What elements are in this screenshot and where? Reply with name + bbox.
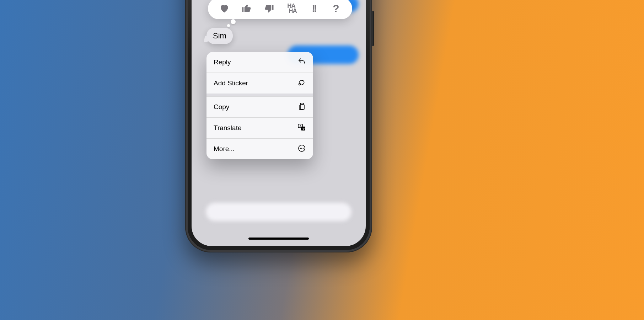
question-icon: ? xyxy=(333,2,339,15)
selected-message-bubble[interactable]: Sim xyxy=(206,28,233,44)
menu-separator xyxy=(206,94,313,96)
menu-item-reply[interactable]: Reply xyxy=(206,52,313,73)
tapback-thumbs-down[interactable] xyxy=(262,2,276,15)
svg-rect-1 xyxy=(300,105,304,110)
side-button xyxy=(372,11,374,46)
tapback-thumbs-up[interactable] xyxy=(240,2,253,15)
translate-icon: A文 xyxy=(297,123,306,133)
menu-label: Copy xyxy=(214,103,229,111)
tapback-emphasize[interactable]: !! xyxy=(307,2,321,15)
menu-item-more[interactable]: More... xyxy=(206,138,313,159)
iphone-frame: HA HA !! ? Sim Reply xyxy=(185,0,372,252)
haha-icon: HA HA xyxy=(286,4,297,13)
phone-screen: HA HA !! ? Sim Reply xyxy=(192,0,366,246)
svg-text:A: A xyxy=(300,125,301,127)
menu-label: Translate xyxy=(214,124,242,132)
menu-label: Add Sticker xyxy=(214,79,248,87)
tapback-reaction-bar: HA HA !! ? xyxy=(208,0,352,19)
menu-label: Reply xyxy=(214,58,231,66)
ellipsis-circle-icon xyxy=(297,144,306,154)
tapback-haha[interactable]: HA HA xyxy=(285,2,298,15)
svg-text:文: 文 xyxy=(302,127,305,130)
menu-item-add-sticker[interactable]: Add Sticker xyxy=(206,73,313,94)
sticker-icon xyxy=(297,78,306,89)
thumbs-up-icon xyxy=(241,3,252,14)
thumbs-down-icon xyxy=(264,3,274,14)
menu-item-translate[interactable]: Translate A文 xyxy=(206,117,313,138)
exclamation-icon: !! xyxy=(312,3,316,14)
copy-icon xyxy=(297,102,306,112)
tapback-heart[interactable] xyxy=(218,2,231,15)
tapback-context-overlay: HA HA !! ? Sim Reply xyxy=(192,0,366,246)
svg-point-7 xyxy=(300,148,301,149)
svg-point-8 xyxy=(301,148,302,149)
menu-item-copy[interactable]: Copy xyxy=(206,96,313,117)
menu-label: More... xyxy=(214,145,235,153)
reply-arrow-icon xyxy=(297,57,306,68)
heart-icon xyxy=(219,3,230,14)
home-indicator[interactable] xyxy=(248,238,309,240)
tapback-question[interactable]: ? xyxy=(329,2,343,15)
svg-point-9 xyxy=(303,148,304,149)
message-context-menu: Reply Add Sticker Copy xyxy=(206,52,313,159)
message-text: Sim xyxy=(213,31,226,40)
